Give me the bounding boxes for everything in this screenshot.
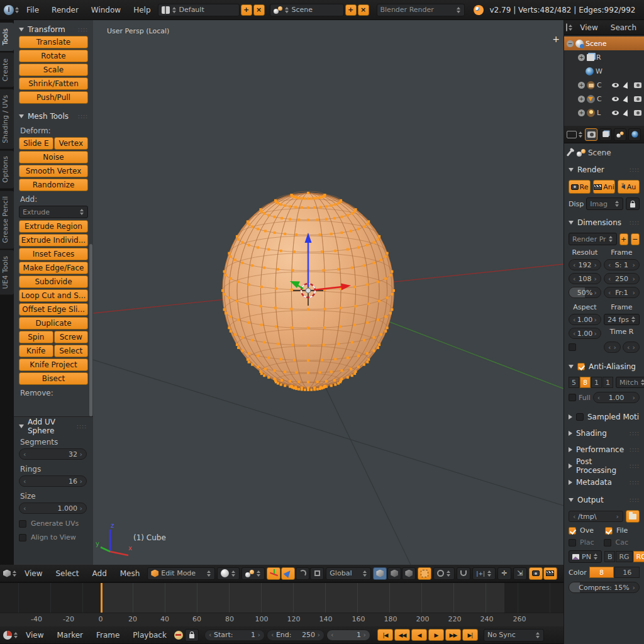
view3d-menu-add[interactable]: Add: [87, 569, 113, 578]
render-engine-selector[interactable]: Blender Render: [377, 4, 465, 16]
push-pull-button[interactable]: Push/Pull: [19, 91, 88, 104]
aa-samples-5-button[interactable]: 5: [569, 377, 579, 388]
translate-button[interactable]: Translate: [19, 36, 88, 48]
proportional-edit-selector[interactable]: [433, 567, 455, 580]
inset-faces-button[interactable]: Inset Faces: [19, 248, 88, 260]
expand-icon[interactable]: +: [578, 96, 585, 103]
limit-to-visible-button[interactable]: [418, 567, 431, 580]
randomize-button[interactable]: Randomize: [19, 179, 88, 191]
tab-world[interactable]: [628, 128, 641, 141]
panel-grip-icon[interactable]: ::::: [78, 26, 88, 33]
collapse-icon[interactable]: −: [567, 40, 574, 47]
translate-manipulator-button[interactable]: [281, 567, 295, 580]
tab-render-properties[interactable]: [585, 128, 597, 141]
knife-button[interactable]: Knife: [19, 345, 53, 357]
frame-rate-dropdown[interactable]: 24 fps: [604, 314, 640, 325]
aa-samples-16-button[interactable]: 1: [602, 377, 613, 388]
open-region-plus-button[interactable]: +: [552, 34, 560, 44]
info-editor-icon[interactable]: i: [4, 5, 14, 15]
panel-grip-icon[interactable]: ::::: [630, 167, 640, 173]
face-select-button[interactable]: [402, 567, 416, 580]
pin-icon[interactable]: [567, 150, 572, 156]
noise-button[interactable]: Noise: [19, 151, 88, 164]
expand-icon[interactable]: +: [578, 109, 585, 116]
view3d-menu-view[interactable]: View: [19, 569, 48, 578]
render-restrict-icon[interactable]: [634, 82, 641, 88]
jump-to-start-button[interactable]: |◀: [377, 629, 393, 641]
panel-grip-icon[interactable]: ::::: [77, 423, 87, 430]
rotate-button[interactable]: Rotate: [19, 50, 88, 62]
zoom-region-button[interactable]: ⇲: [513, 567, 527, 580]
performance-panel-header[interactable]: Performance ::::: [569, 443, 640, 456]
view3d-editor-icon[interactable]: [3, 570, 11, 577]
output-path-field[interactable]: /tmp\: [569, 511, 623, 522]
mesh-tools-panel-header[interactable]: Mesh Tools ::::: [19, 110, 88, 123]
manipulator-toggle-button[interactable]: [267, 567, 280, 580]
file-format-dropdown[interactable]: PN: [569, 550, 602, 563]
outliner-row-lamp[interactable]: + L: [564, 106, 644, 119]
aa-samples-11-button[interactable]: 1: [591, 377, 602, 388]
timeline-menu-marker[interactable]: Marker: [51, 631, 88, 640]
lock-interface-button[interactable]: [626, 197, 640, 210]
shading-panel-header[interactable]: Shading ::::: [569, 427, 640, 440]
scale-manipulator-button[interactable]: [310, 567, 324, 580]
properties-editor-arrows-icon[interactable]: [579, 131, 583, 138]
timeline-menu-playback[interactable]: Playback: [127, 631, 172, 640]
viewport-3d[interactable]: User Persp (Local) (1) Cube z x y +: [93, 20, 564, 565]
align-to-view-checkbox[interactable]: [19, 534, 26, 541]
tab-options[interactable]: Options: [0, 150, 14, 188]
subdivide-button[interactable]: Subdivide: [19, 275, 88, 288]
tab-shading-uvs[interactable]: Shading / UVs: [0, 89, 14, 149]
operator-panel-header[interactable]: Add UV Sphere ::::: [19, 420, 87, 433]
visibility-eye-icon[interactable]: [612, 97, 619, 101]
tab-scene[interactable]: [614, 128, 626, 141]
panel-grip-icon[interactable]: ::::: [630, 430, 640, 436]
duplicate-button[interactable]: Duplicate: [19, 317, 88, 330]
resolution-x-field[interactable]: 192: [569, 259, 601, 270]
screen-layout-selector[interactable]: Default: [158, 4, 240, 16]
play-button[interactable]: ▶: [428, 629, 444, 641]
panel-grip-icon[interactable]: ::::: [630, 479, 640, 486]
tab-create[interactable]: Create: [0, 53, 14, 87]
browse-output-button[interactable]: [626, 510, 640, 523]
rotate-manipulator-button[interactable]: [296, 567, 309, 580]
outliner-editor-icon[interactable]: [566, 23, 567, 31]
render-preset-dropdown[interactable]: Render Pr: [569, 233, 617, 245]
view3d-editor-arrows-icon[interactable]: [13, 570, 17, 577]
opengl-animation-button[interactable]: [543, 567, 557, 580]
start-frame-field[interactable]: Start: 1: [204, 630, 265, 641]
snap-element-selector[interactable]: |+|: [472, 567, 496, 580]
play-reverse-button[interactable]: ◀: [411, 629, 427, 641]
expand-icon[interactable]: +: [578, 82, 585, 89]
outliner-row-camera[interactable]: + C: [564, 78, 644, 92]
time-remap-new-field[interactable]: [623, 341, 640, 353]
frame-start-field[interactable]: S: 1: [604, 259, 640, 270]
delete-layout-button[interactable]: ×: [253, 4, 265, 16]
output-panel-header[interactable]: Output ::::: [569, 494, 640, 506]
timeline-editor-arrows-icon[interactable]: [14, 632, 18, 638]
mode-selector[interactable]: Edit Mode: [147, 567, 215, 580]
menu-render[interactable]: Render: [46, 6, 84, 14]
bw-button[interactable]: B: [604, 551, 616, 562]
extrude-region-button[interactable]: Extrude Region: [19, 220, 88, 233]
add-scene-button[interactable]: +: [345, 4, 357, 16]
depth-8-button[interactable]: 8: [589, 567, 614, 578]
view3d-menu-mesh[interactable]: Mesh: [114, 569, 146, 578]
extrude-individual-button[interactable]: Extrude Individ...: [19, 234, 88, 247]
smooth-vertex-button[interactable]: Smooth Vertex: [19, 165, 88, 177]
menu-help[interactable]: Help: [128, 6, 156, 14]
delete-scene-button[interactable]: ×: [358, 4, 369, 16]
snap-target-button[interactable]: ✛: [497, 567, 511, 580]
outliner-view-menu[interactable]: View: [574, 23, 603, 32]
tab-grease-pencil[interactable]: Grease Pencil: [0, 191, 14, 248]
timeline-tracks[interactable]: [0, 582, 564, 613]
file-extensions-checkbox[interactable]: [605, 527, 613, 535]
outliner-editor-arrows-icon[interactable]: [569, 25, 573, 31]
offset-edge-slide-button[interactable]: Offset Edge Sli...: [19, 303, 88, 316]
current-frame-marker[interactable]: [101, 583, 103, 613]
edge-select-button[interactable]: [387, 567, 401, 580]
outliner-row-world[interactable]: W: [564, 64, 644, 78]
timeline-editor-icon[interactable]: [3, 631, 12, 640]
pivot-point-selector[interactable]: [242, 567, 265, 580]
orientation-selector[interactable]: Global: [326, 567, 371, 580]
